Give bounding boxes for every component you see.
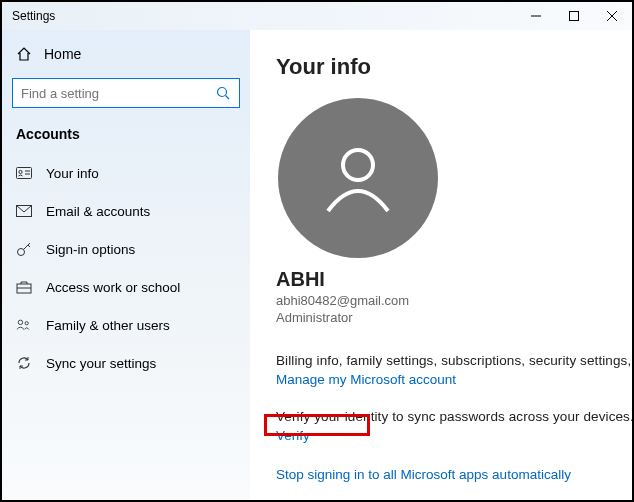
- svg-point-16: [18, 320, 22, 324]
- home-label: Home: [44, 46, 81, 62]
- svg-point-11: [18, 249, 25, 256]
- mail-icon: [16, 203, 32, 219]
- title-bar: Settings: [2, 2, 632, 30]
- sidebar-item-email[interactable]: Email & accounts: [2, 192, 250, 230]
- sidebar-item-family[interactable]: Family & other users: [2, 306, 250, 344]
- sidebar-item-label: Access work or school: [46, 280, 180, 295]
- people-icon: [16, 317, 32, 333]
- category-label: Accounts: [2, 122, 250, 154]
- svg-point-4: [218, 88, 227, 97]
- id-card-icon: [16, 165, 32, 181]
- sidebar-item-label: Sync your settings: [46, 356, 156, 371]
- search-input[interactable]: [12, 78, 240, 108]
- stop-signin-link[interactable]: Stop signing in to all Microsoft apps au…: [276, 467, 610, 482]
- maximize-button[interactable]: [562, 5, 586, 27]
- close-button[interactable]: [600, 5, 624, 27]
- close-icon: [607, 11, 617, 21]
- home-nav[interactable]: Home: [2, 40, 250, 68]
- avatar: [278, 98, 438, 258]
- svg-line-5: [226, 96, 230, 100]
- sidebar: Home Accounts Your info Email & accounts: [2, 30, 250, 500]
- sidebar-item-label: Family & other users: [46, 318, 170, 333]
- svg-line-13: [28, 245, 30, 247]
- key-icon: [16, 241, 32, 257]
- search-field[interactable]: [21, 86, 215, 101]
- highlight-box: [264, 414, 370, 436]
- maximize-icon: [569, 11, 579, 21]
- svg-point-17: [25, 322, 28, 325]
- manage-account-link[interactable]: Manage my Microsoft account: [276, 372, 456, 387]
- svg-point-18: [343, 150, 373, 180]
- window-controls: [524, 5, 626, 27]
- briefcase-icon: [16, 279, 32, 295]
- svg-point-7: [19, 170, 22, 173]
- sidebar-item-work[interactable]: Access work or school: [2, 268, 250, 306]
- user-role: Administrator: [276, 310, 610, 325]
- user-name: ABHI: [276, 268, 610, 291]
- user-email: abhi80482@gmail.com: [276, 293, 610, 308]
- minimize-icon: [531, 11, 541, 21]
- billing-description: Billing info, family settings, subscript…: [276, 353, 610, 368]
- minimize-button[interactable]: [524, 5, 548, 27]
- person-icon: [313, 133, 403, 223]
- sync-icon: [16, 355, 32, 371]
- sidebar-item-your-info[interactable]: Your info: [2, 154, 250, 192]
- sidebar-item-label: Your info: [46, 166, 99, 181]
- home-icon: [16, 46, 32, 62]
- svg-rect-1: [570, 12, 579, 21]
- sidebar-item-label: Sign-in options: [46, 242, 135, 257]
- sidebar-item-label: Email & accounts: [46, 204, 150, 219]
- page-title: Your info: [276, 54, 610, 80]
- sidebar-item-signin[interactable]: Sign-in options: [2, 230, 250, 268]
- search-icon: [215, 85, 231, 101]
- window-title: Settings: [8, 9, 55, 23]
- sidebar-item-sync[interactable]: Sync your settings: [2, 344, 250, 382]
